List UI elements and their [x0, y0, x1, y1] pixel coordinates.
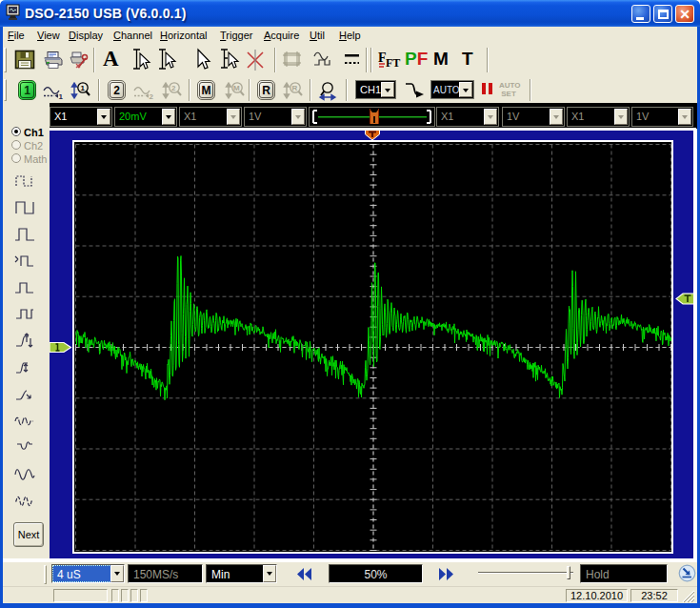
svg-text:1: 1: [81, 84, 86, 92]
svg-text:2: 2: [150, 92, 154, 100]
svg-text:1: 1: [59, 92, 64, 100]
svg-text:2: 2: [171, 84, 176, 92]
svg-text:FT: FT: [386, 56, 400, 70]
svg-text:M: M: [233, 84, 240, 92]
svg-text:R: R: [292, 84, 298, 92]
